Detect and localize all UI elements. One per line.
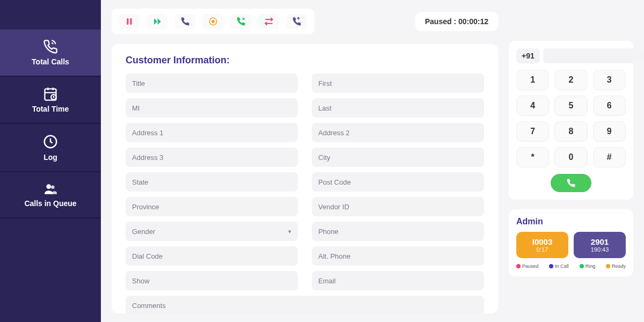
field-address2[interactable]: Address 2 [312,123,484,142]
dial-key-4[interactable]: 4 [516,96,549,116]
field-phone[interactable]: Phone [312,222,484,241]
stat-sub: 190:43 [579,246,620,253]
label-last: Last [318,104,478,112]
stat-sub: 0:17 [522,246,563,253]
legend-row: Paused In Call Ring Ready [516,264,626,269]
dialpad: +91 1 2 3 4 5 6 7 8 9 * 0 # [509,41,633,200]
form-grid: Title First MI Last Address 1 Address 2 … [126,74,484,313]
field-province[interactable]: Province [126,197,298,216]
dial-grid: 1 2 3 4 5 6 7 8 9 * 0 # [516,70,626,167]
legend-ring: Ring [580,264,596,269]
field-address3[interactable]: Address 3 [126,148,298,167]
label-city: City [318,153,478,162]
dial-key-5[interactable]: 5 [554,96,587,116]
fast-forward-icon [152,17,163,26]
sidebar-item-label: Total Calls [32,57,69,66]
label-address2: Address 2 [318,129,478,137]
field-show[interactable]: Show [126,271,298,290]
dial-key-2[interactable]: 2 [554,70,587,90]
admin-title: Admin [516,217,626,226]
main-area: Paused : 00:00:12 Customer Information: … [101,0,644,322]
phone-hangup-icon [236,17,246,26]
field-title[interactable]: Title [126,74,298,93]
dial-number-input[interactable] [543,48,644,63]
dial-key-9[interactable]: 9 [593,121,626,142]
field-vendor-id[interactable]: Vendor ID [312,197,484,216]
country-code[interactable]: +91 [516,48,540,63]
status-badge: Paused : 00:00:12 [415,12,498,31]
label-address3: Address 3 [132,153,291,162]
field-city[interactable]: City [312,148,484,167]
phone-icon [566,178,576,188]
skip-button[interactable] [147,14,167,29]
legend-paused: Paused [516,264,539,269]
phone-transfer-icon [180,17,190,26]
sidebar-item-total-calls[interactable]: Total Calls [0,30,101,77]
label-gender: Gender [132,228,288,236]
dial-key-6[interactable]: 6 [593,96,626,116]
stat-value: I0003 [522,237,563,246]
field-state[interactable]: State [126,172,298,192]
sidebar-item-total-time[interactable]: Total Time [0,77,101,124]
legend-incall: In Call [549,264,569,269]
sidebar-item-label: Calls in Queue [24,199,76,208]
clock-icon [42,134,58,150]
stat-row: I0003 0:17 2901 190:43 [516,232,626,258]
sidebar-item-label: Total Time [32,105,69,113]
left-column: Paused : 00:00:12 Customer Information: … [112,9,498,313]
dial-key-7[interactable]: 7 [516,121,549,142]
legend-label: In Call [555,264,569,269]
field-last[interactable]: Last [312,98,484,118]
field-gender[interactable]: Gender▾ [126,222,298,241]
sidebar-item-label: Log [43,153,57,162]
stat-card-1[interactable]: I0003 0:17 [516,232,568,258]
label-phone: Phone [318,228,478,236]
legend-label: Ring [586,264,596,269]
record-button[interactable] [203,14,223,29]
field-address1[interactable]: Address 1 [126,123,298,142]
chevron-down-icon: ▾ [288,228,291,235]
stat-card-2[interactable]: 2901 190:43 [574,232,626,258]
call-toolbar [112,9,314,34]
dial-key-1[interactable]: 1 [516,70,549,90]
dot-icon [606,264,610,268]
call-button[interactable] [551,174,591,192]
sidebar-item-calls-in-queue[interactable]: Calls in Queue [0,172,101,218]
label-mi: MI [132,104,291,112]
customer-form: Customer Information: Title First MI Las… [112,44,498,313]
calendar-clock-icon [42,86,59,101]
field-dial-code[interactable]: Dial Code [126,246,298,266]
label-vendor-id: Vendor ID [318,203,478,211]
dial-key-hash[interactable]: # [593,147,626,167]
form-title: Customer Information: [126,55,484,66]
field-comments[interactable]: Comments [126,296,484,313]
field-email[interactable]: Email [312,271,484,290]
dial-key-8[interactable]: 8 [554,121,587,142]
label-show: Show [132,277,291,285]
label-province: Province [132,203,291,211]
pause-icon [125,17,134,26]
field-postcode[interactable]: Post Code [312,172,484,192]
label-first: First [318,79,478,87]
transfer-button[interactable] [175,14,195,29]
svg-point-4 [51,186,55,189]
legend-ready: Ready [606,264,626,269]
hangup-button[interactable] [231,14,251,29]
field-mi[interactable]: MI [126,98,298,118]
right-column: +91 1 2 3 4 5 6 7 8 9 * 0 # Admin [509,41,633,313]
pause-button[interactable] [119,14,140,29]
incoming-button[interactable] [287,14,307,29]
label-address1: Address 1 [132,129,291,137]
field-alt-phone[interactable]: Alt. Phone [312,246,484,266]
dial-key-star[interactable]: * [516,147,549,167]
admin-panel: Admin I0003 0:17 2901 190:43 Paused In C… [509,209,633,276]
phone-ringing-icon [42,39,59,54]
swap-button[interactable] [259,14,279,29]
field-first[interactable]: First [312,74,484,93]
dial-key-0[interactable]: 0 [554,147,587,167]
dial-key-3[interactable]: 3 [593,70,626,90]
svg-point-3 [46,184,51,189]
svg-rect-6 [130,18,132,25]
sidebar-item-log[interactable]: Log [0,124,101,172]
svg-rect-5 [127,18,129,25]
